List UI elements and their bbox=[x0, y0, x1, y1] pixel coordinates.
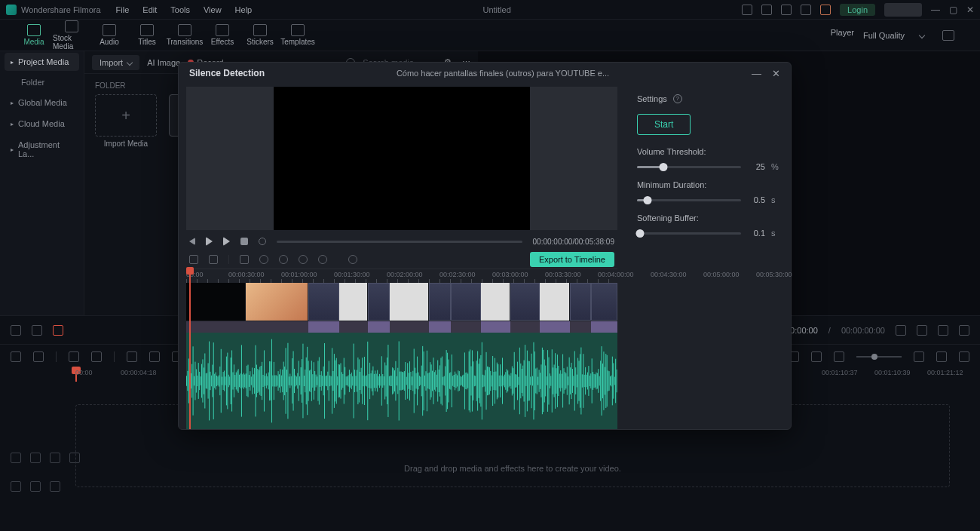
svg-rect-331 bbox=[542, 348, 543, 414]
login-button[interactable]: Login bbox=[840, 4, 875, 16]
play-button[interactable] bbox=[206, 237, 213, 246]
tab-audio[interactable]: Audio bbox=[90, 20, 128, 51]
redo-icon[interactable] bbox=[209, 255, 218, 264]
tab-stock-media[interactable]: Stock Media bbox=[53, 20, 90, 51]
zoom-in-icon[interactable] bbox=[348, 255, 357, 264]
quality-dropdown[interactable]: Full Quality bbox=[863, 31, 924, 40]
tab-titles[interactable]: Titles bbox=[128, 20, 166, 51]
lock-icon[interactable] bbox=[30, 481, 41, 492]
export-to-timeline-button[interactable]: Export to Timeline bbox=[530, 252, 614, 267]
marker-icon[interactable] bbox=[811, 351, 822, 362]
zoom-in-icon[interactable] bbox=[914, 351, 924, 362]
minimize-icon[interactable]: — bbox=[931, 5, 940, 15]
stop-button[interactable] bbox=[240, 238, 248, 245]
audio-track-icon[interactable] bbox=[11, 481, 21, 492]
go-start-icon[interactable] bbox=[11, 325, 21, 336]
sidebar-global-media[interactable]: ▸Global Media bbox=[0, 92, 84, 113]
svg-rect-171 bbox=[369, 363, 370, 399]
svg-rect-242 bbox=[446, 350, 447, 412]
svg-rect-37 bbox=[225, 376, 225, 385]
visibility-icon[interactable] bbox=[50, 453, 60, 463]
apps-icon[interactable] bbox=[801, 5, 811, 15]
volume-icon[interactable] bbox=[938, 325, 948, 336]
import-media-card[interactable]: + Import Media bbox=[95, 94, 157, 148]
svg-rect-93 bbox=[286, 348, 286, 413]
sidebar-folder[interactable]: Folder bbox=[0, 72, 84, 92]
svg-rect-384 bbox=[599, 376, 600, 386]
tab-stickers[interactable]: Stickers bbox=[241, 20, 279, 51]
softening-buffer-slider[interactable] bbox=[637, 232, 741, 235]
tab-media[interactable]: Media bbox=[15, 20, 53, 51]
undo-icon[interactable] bbox=[189, 255, 198, 264]
save-icon[interactable] bbox=[761, 5, 772, 15]
ai-image-button[interactable]: AI Image bbox=[147, 58, 180, 67]
modal-video-track[interactable] bbox=[186, 283, 617, 333]
zoom-out-icon[interactable] bbox=[834, 351, 844, 362]
device-icon[interactable] bbox=[742, 5, 752, 15]
settings-icon[interactable] bbox=[959, 325, 969, 336]
svg-rect-27 bbox=[214, 374, 215, 388]
snapshot-icon[interactable] bbox=[942, 30, 954, 41]
trim-icon[interactable] bbox=[33, 351, 44, 362]
grid-icon[interactable] bbox=[11, 351, 21, 362]
start-button[interactable]: Start bbox=[637, 114, 691, 135]
more-options-icon[interactable] bbox=[959, 351, 969, 362]
close-icon[interactable]: ✕ bbox=[966, 5, 974, 15]
menu-edit[interactable]: Edit bbox=[142, 5, 157, 14]
cut-icon[interactable] bbox=[240, 255, 249, 264]
lock-icon[interactable] bbox=[30, 453, 41, 463]
fullscreen-icon[interactable] bbox=[896, 325, 906, 336]
modal-playhead[interactable] bbox=[189, 269, 191, 429]
import-button[interactable]: Import bbox=[92, 55, 139, 70]
tab-effects[interactable]: Effects bbox=[204, 20, 241, 51]
prev-frame-icon[interactable] bbox=[32, 325, 42, 336]
menu-view[interactable]: View bbox=[204, 5, 222, 14]
minimize-modal-icon[interactable]: — bbox=[752, 68, 761, 79]
mute-icon[interactable] bbox=[50, 481, 60, 492]
split-icon[interactable] bbox=[149, 351, 160, 362]
zoom-icon[interactable] bbox=[318, 255, 327, 264]
svg-rect-120 bbox=[314, 371, 315, 391]
video-track-icon[interactable] bbox=[11, 453, 21, 463]
sidebar-cloud-media[interactable]: ▸Cloud Media bbox=[0, 113, 84, 134]
svg-rect-29 bbox=[216, 376, 217, 386]
minimum-duration-slider[interactable] bbox=[637, 199, 741, 201]
undo-icon[interactable] bbox=[69, 351, 79, 362]
menu-tools[interactable]: Tools bbox=[170, 5, 190, 14]
zoom-out-icon[interactable] bbox=[299, 255, 308, 264]
redo-icon[interactable] bbox=[91, 351, 102, 362]
modal-scrubber[interactable] bbox=[277, 241, 522, 243]
cart-icon[interactable] bbox=[820, 5, 831, 15]
menu-file[interactable]: File bbox=[116, 5, 130, 14]
volume-threshold-slider[interactable] bbox=[637, 166, 741, 168]
account-box[interactable] bbox=[884, 3, 922, 17]
modal-ruler[interactable]: 00:00 00:00:30:00 00:01:00:00 00:01:30:0… bbox=[186, 269, 617, 283]
tab-transitions[interactable]: Transitions bbox=[166, 20, 204, 51]
link-icon[interactable] bbox=[53, 325, 63, 336]
marker-icon[interactable] bbox=[259, 255, 268, 264]
layout-icon[interactable] bbox=[936, 351, 947, 362]
menu-help[interactable]: Help bbox=[235, 5, 253, 14]
info-icon[interactable]: ? bbox=[673, 94, 682, 103]
cloud-icon[interactable] bbox=[781, 5, 792, 15]
play-next-button[interactable] bbox=[223, 237, 230, 246]
svg-rect-321 bbox=[531, 354, 532, 408]
loop-button[interactable] bbox=[259, 238, 266, 245]
zoom-slider[interactable] bbox=[856, 356, 902, 358]
sidebar-adjustment-layer[interactable]: ▸Adjustment La... bbox=[0, 134, 84, 164]
svg-rect-330 bbox=[541, 364, 541, 397]
delete-icon[interactable] bbox=[127, 351, 137, 362]
svg-rect-220 bbox=[422, 346, 423, 416]
delete-icon[interactable] bbox=[279, 255, 288, 264]
tab-templates[interactable]: Templates bbox=[279, 20, 317, 51]
svg-rect-351 bbox=[564, 368, 565, 394]
svg-rect-139 bbox=[335, 361, 335, 402]
close-modal-icon[interactable]: ✕ bbox=[772, 68, 780, 79]
svg-rect-223 bbox=[425, 371, 426, 391]
sidebar-project-media[interactable]: ▸Project Media bbox=[5, 53, 79, 71]
maximize-icon[interactable]: ▢ bbox=[949, 5, 957, 15]
prev-frame-button[interactable] bbox=[189, 238, 195, 245]
display-icon[interactable] bbox=[917, 325, 927, 336]
modal-audio-track[interactable] bbox=[186, 333, 617, 429]
svg-rect-295 bbox=[503, 376, 504, 385]
